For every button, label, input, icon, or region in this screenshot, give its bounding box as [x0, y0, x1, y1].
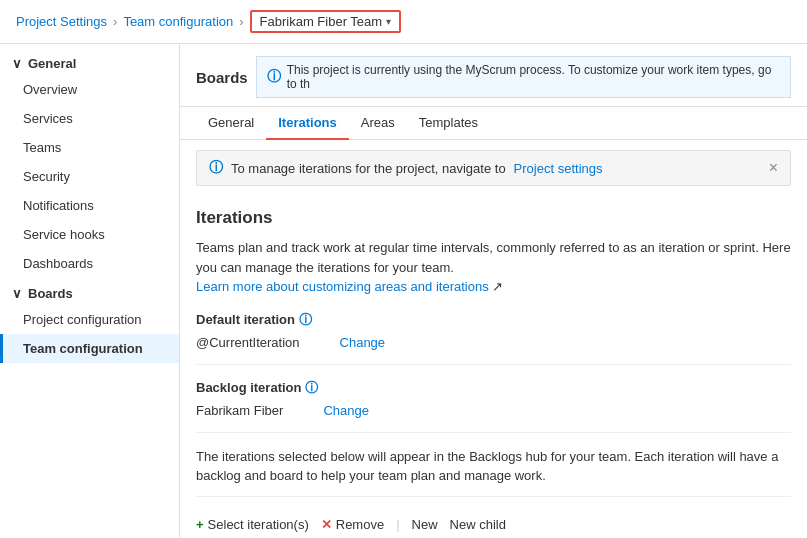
- boards-title: Boards: [196, 69, 248, 86]
- remove-button[interactable]: ✕ Remove: [321, 517, 384, 532]
- chevron-down-icon: ▾: [386, 16, 391, 27]
- sidebar-item-security[interactable]: Security: [0, 162, 179, 191]
- bottom-description: The iterations selected below will appea…: [196, 447, 791, 497]
- alert-text-before: To manage iterations for the project, na…: [231, 161, 506, 176]
- boards-header: Boards ⓘ This project is currently using…: [180, 44, 807, 107]
- iterations-title: Iterations: [196, 208, 791, 228]
- content-area: Boards ⓘ This project is currently using…: [180, 44, 807, 538]
- action-bar: + Select iteration(s) ✕ Remove | New New…: [196, 511, 791, 538]
- sidebar: ∨ General Overview Services Teams Securi…: [0, 44, 180, 538]
- default-iteration-value: @CurrentIteration: [196, 335, 300, 350]
- select-iterations-button[interactable]: + Select iteration(s): [196, 517, 309, 532]
- breadcrumb-sep-2: ›: [239, 14, 243, 29]
- info-icon: ⓘ: [305, 379, 318, 397]
- default-iteration-section: Default iteration ⓘ @CurrentIteration Ch…: [196, 311, 791, 365]
- iterations-desc-text: Teams plan and track work at regular tim…: [196, 240, 791, 275]
- sidebar-general-label: General: [28, 56, 76, 71]
- chevron-down-icon: ∨: [12, 56, 22, 71]
- breadcrumb-project-settings[interactable]: Project Settings: [16, 14, 107, 29]
- default-iteration-label-text: Default iteration: [196, 312, 295, 327]
- iterations-learn-more-link[interactable]: Learn more about customizing areas and i…: [196, 279, 489, 294]
- sidebar-section-boards[interactable]: ∨ Boards: [0, 278, 179, 305]
- backlog-iteration-section: Backlog iteration ⓘ Fabrikam Fiber Chang…: [196, 379, 791, 433]
- info-icon: ⓘ: [299, 311, 312, 329]
- new-child-label: New child: [450, 517, 506, 532]
- tab-templates[interactable]: Templates: [407, 107, 490, 140]
- sidebar-item-team-configuration[interactable]: Team configuration: [0, 334, 179, 363]
- sidebar-section-general[interactable]: ∨ General: [0, 48, 179, 75]
- default-iteration-row: @CurrentIteration Change: [196, 335, 791, 350]
- boards-info-banner: ⓘ This project is currently using the My…: [256, 56, 791, 98]
- boards-info-text: This project is currently using the MySc…: [287, 63, 780, 91]
- backlog-iteration-row: Fabrikam Fiber Change: [196, 403, 791, 418]
- backlog-iteration-label-text: Backlog iteration: [196, 380, 301, 395]
- new-button[interactable]: New: [412, 517, 438, 532]
- backlog-iteration-value: Fabrikam Fiber: [196, 403, 283, 418]
- alert-banner: ⓘ To manage iterations for the project, …: [196, 150, 791, 186]
- new-child-button[interactable]: New child: [450, 517, 506, 532]
- sidebar-item-service-hooks[interactable]: Service hooks: [0, 220, 179, 249]
- alert-project-settings-link[interactable]: Project settings: [514, 161, 603, 176]
- default-iteration-change-link[interactable]: Change: [340, 335, 386, 350]
- x-icon: ✕: [321, 517, 332, 532]
- backlog-iteration-change-link[interactable]: Change: [323, 403, 369, 418]
- sidebar-item-notifications[interactable]: Notifications: [0, 191, 179, 220]
- breadcrumb-team-dropdown[interactable]: Fabrikam Fiber Team ▾: [250, 10, 402, 33]
- breadcrumb-team-label: Fabrikam Fiber Team: [260, 14, 383, 29]
- info-icon: ⓘ: [267, 68, 281, 86]
- sidebar-item-project-configuration[interactable]: Project configuration: [0, 305, 179, 334]
- sidebar-item-overview[interactable]: Overview: [0, 75, 179, 104]
- sidebar-item-dashboards[interactable]: Dashboards: [0, 249, 179, 278]
- iterations-description: Teams plan and track work at regular tim…: [196, 238, 791, 297]
- action-separator: |: [396, 517, 399, 532]
- plus-icon: +: [196, 517, 204, 532]
- iterations-content: Iterations Teams plan and track work at …: [180, 196, 807, 538]
- tab-areas[interactable]: Areas: [349, 107, 407, 140]
- new-label: New: [412, 517, 438, 532]
- default-iteration-label: Default iteration ⓘ: [196, 311, 791, 329]
- sidebar-boards-label: Boards: [28, 286, 73, 301]
- sidebar-item-services[interactable]: Services: [0, 104, 179, 133]
- alert-info-icon: ⓘ: [209, 159, 223, 177]
- backlog-iteration-label: Backlog iteration ⓘ: [196, 379, 791, 397]
- tab-general[interactable]: General: [196, 107, 266, 140]
- close-icon[interactable]: ×: [769, 159, 778, 177]
- breadcrumb-bar: Project Settings › Team configuration › …: [0, 0, 807, 44]
- tabs-bar: General Iterations Areas Templates: [180, 107, 807, 140]
- remove-label: Remove: [336, 517, 384, 532]
- sidebar-item-teams[interactable]: Teams: [0, 133, 179, 162]
- breadcrumb-sep-1: ›: [113, 14, 117, 29]
- breadcrumb-team-configuration[interactable]: Team configuration: [123, 14, 233, 29]
- external-link-icon: ↗: [492, 279, 503, 294]
- chevron-down-icon: ∨: [12, 286, 22, 301]
- tab-iterations[interactable]: Iterations: [266, 107, 349, 140]
- select-iterations-label: Select iteration(s): [208, 517, 309, 532]
